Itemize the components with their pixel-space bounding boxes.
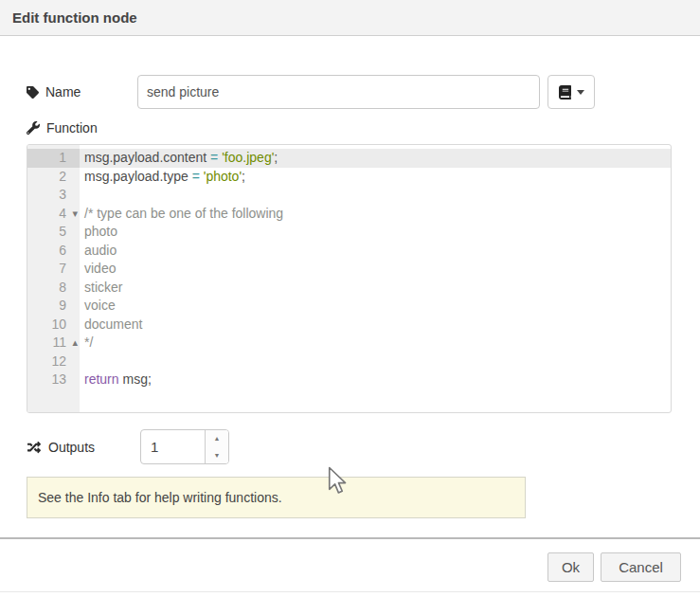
code-line: 6audio — [27, 242, 671, 261]
code-line: 5photo — [27, 223, 671, 242]
fold-close-icon[interactable]: ▴ — [72, 334, 78, 353]
code-line: 13return msg; — [27, 371, 671, 389]
code-line: 12 — [27, 353, 671, 371]
footer-divider — [0, 537, 700, 539]
code-text: msg.payload.type = 'photo'; — [80, 168, 245, 187]
line-number: 8 — [27, 279, 80, 298]
spinner-up-button[interactable]: ▲ — [206, 430, 228, 447]
outputs-label-text: Outputs — [48, 440, 95, 455]
line-number: 4▾ — [27, 205, 80, 224]
code-text — [80, 186, 84, 205]
code-line: 11▴*/ — [27, 334, 671, 353]
function-row: Function — [27, 120, 98, 136]
outputs-label: Outputs — [27, 440, 137, 455]
code-text: document — [80, 316, 142, 335]
form-tip: See the Info tab for help writing functi… — [27, 477, 526, 518]
line-number: 3 — [27, 186, 80, 205]
shuffle-icon — [27, 441, 42, 454]
code-text: audio — [80, 242, 117, 261]
spinner-down-button[interactable]: ▼ — [206, 447, 228, 464]
cancel-button[interactable]: Cancel — [601, 552, 681, 582]
line-number: 5 — [27, 223, 80, 242]
ok-button[interactable]: Ok — [547, 552, 594, 582]
code-text: sticker — [80, 279, 122, 298]
edit-function-node-dialog: Edit function node Name Function 1msg.pa… — [0, 0, 700, 597]
chevron-down-icon — [577, 90, 584, 95]
code-text: /* type can be one of the following — [80, 205, 283, 224]
line-number: 9 — [27, 297, 80, 316]
code-text — [80, 353, 84, 371]
line-number: 13 — [27, 371, 80, 389]
line-number: 11▴ — [27, 334, 80, 353]
code-editor-lines: 1msg.payload.content = 'foo.jpeg';2msg.p… — [27, 145, 671, 389]
code-text: */ — [80, 334, 93, 353]
code-line: 8sticker — [27, 279, 671, 298]
line-number: 6 — [27, 242, 80, 261]
code-editor[interactable]: 1msg.payload.content = 'foo.jpeg';2msg.p… — [27, 144, 672, 413]
fold-open-icon[interactable]: ▾ — [72, 205, 78, 224]
library-button[interactable] — [547, 75, 595, 109]
wrench-icon — [27, 121, 40, 135]
form-tip-text: See the Info tab for help writing functi… — [38, 490, 282, 505]
name-label: Name — [27, 84, 137, 100]
code-text: video — [80, 260, 116, 279]
line-number: 10 — [27, 316, 80, 335]
outputs-spinner[interactable]: 1 ▲ ▼ — [140, 429, 229, 464]
dialog-title: Edit function node — [12, 9, 137, 26]
line-number: 12 — [27, 353, 80, 371]
code-line: 2msg.payload.type = 'photo'; — [27, 168, 671, 187]
code-text: photo — [80, 223, 117, 242]
code-line: 10document — [27, 316, 671, 335]
code-line: 1msg.payload.content = 'foo.jpeg'; — [27, 149, 671, 168]
spinner-buttons: ▲ ▼ — [205, 430, 228, 463]
code-text: msg.payload.content = 'foo.jpeg'; — [80, 149, 278, 168]
code-line: 3 — [27, 186, 671, 205]
code-line: 9voice — [27, 297, 671, 316]
name-input[interactable] — [137, 75, 540, 109]
dialog-bottom-edge — [0, 591, 700, 592]
line-number: 7 — [27, 260, 80, 279]
book-icon — [559, 85, 571, 100]
code-line: 7video — [27, 260, 671, 279]
code-text: return msg; — [80, 371, 152, 389]
code-text: voice — [80, 297, 116, 316]
function-label-text: Function — [46, 120, 98, 136]
outputs-value[interactable]: 1 — [141, 430, 205, 463]
tag-icon — [27, 86, 39, 99]
dialog-header: Edit function node — [0, 0, 700, 36]
name-label-text: Name — [45, 84, 81, 100]
name-row: Name — [27, 75, 595, 109]
code-line: 4▾/* type can be one of the following — [27, 205, 671, 224]
line-number: 2 — [27, 168, 80, 187]
outputs-row: Outputs — [27, 429, 137, 464]
line-number: 1 — [27, 149, 80, 168]
